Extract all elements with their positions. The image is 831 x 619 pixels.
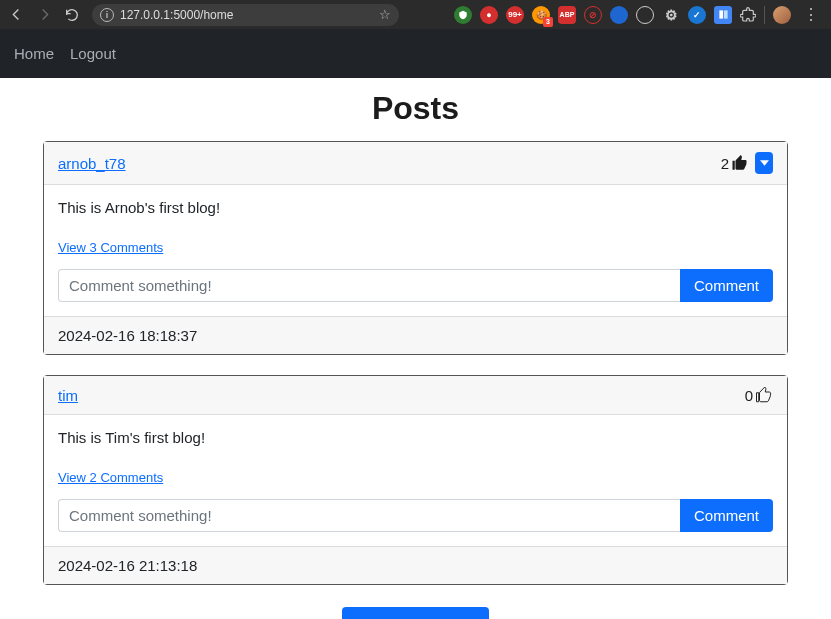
- post-text: This is Arnob's first blog!: [58, 199, 773, 216]
- view-comments-link[interactable]: View 3 Comments: [58, 240, 163, 255]
- app-navbar: Home Logout: [0, 29, 831, 78]
- svg-rect-0: [719, 10, 723, 18]
- likes-group: 2: [721, 152, 773, 174]
- extensions-row: ● 99+ 🍪3 ABP ⊘ ⚙ ✓ ⋮: [454, 5, 823, 24]
- separator: [764, 6, 765, 24]
- post-body: This is Tim's first blog! View 2 Comment…: [44, 415, 787, 546]
- create-post-button[interactable]: Create a Post: [342, 607, 488, 619]
- post-author-link[interactable]: arnob_t78: [58, 155, 126, 172]
- comment-input[interactable]: [58, 269, 680, 302]
- extension-icon[interactable]: [714, 6, 732, 24]
- likes-count: 0: [745, 387, 753, 404]
- extensions-puzzle-icon[interactable]: [740, 7, 756, 23]
- extension-icon[interactable]: ⚙: [662, 6, 680, 24]
- post-timestamp: 2024-02-16 18:18:37: [44, 316, 787, 354]
- extension-icon[interactable]: [454, 6, 472, 24]
- extension-icon[interactable]: ABP: [558, 6, 576, 24]
- site-info-icon[interactable]: i: [100, 8, 114, 22]
- extension-icon[interactable]: 🍪3: [532, 6, 550, 24]
- post-header: arnob_t78 2: [44, 142, 787, 185]
- browser-menu-icon[interactable]: ⋮: [799, 5, 823, 24]
- post-author-link[interactable]: tim: [58, 387, 78, 404]
- bookmark-star-icon[interactable]: ☆: [379, 7, 391, 22]
- address-bar[interactable]: i 127.0.0.1:5000/home ☆: [92, 4, 399, 26]
- post-timestamp: 2024-02-16 21:13:18: [44, 546, 787, 584]
- comment-input[interactable]: [58, 499, 680, 532]
- comment-submit-button[interactable]: Comment: [680, 499, 773, 532]
- nav-home-link[interactable]: Home: [14, 45, 54, 62]
- extension-icon[interactable]: 99+: [506, 6, 524, 24]
- profile-avatar[interactable]: [773, 6, 791, 24]
- view-comments-link[interactable]: View 2 Comments: [58, 470, 163, 485]
- extension-icon[interactable]: ⊘: [584, 6, 602, 24]
- extension-icon[interactable]: [636, 6, 654, 24]
- post-text: This is Tim's first blog!: [58, 429, 773, 446]
- extension-icon[interactable]: ✓: [688, 6, 706, 24]
- post-card: arnob_t78 2 This is Arnob's first blog! …: [43, 141, 788, 355]
- thumb-up-filled-icon[interactable]: [731, 154, 749, 172]
- likes-count: 2: [721, 155, 729, 172]
- extension-icon[interactable]: [610, 6, 628, 24]
- thumb-up-outline-icon[interactable]: [755, 386, 773, 404]
- post-card: tim 0 This is Tim's first blog! View 2 C…: [43, 375, 788, 585]
- nav-logout-link[interactable]: Logout: [70, 45, 116, 62]
- page-title: Posts: [43, 90, 788, 127]
- post-body: This is Arnob's first blog! View 3 Comme…: [44, 185, 787, 316]
- comment-form: Comment: [58, 269, 773, 302]
- url-text: 127.0.0.1:5000/home: [120, 8, 373, 22]
- svg-rect-1: [723, 10, 727, 18]
- forward-button[interactable]: [36, 7, 52, 23]
- post-header: tim 0: [44, 376, 787, 415]
- extension-icon[interactable]: ●: [480, 6, 498, 24]
- create-post-row: Create a Post: [43, 605, 788, 619]
- browser-toolbar: i 127.0.0.1:5000/home ☆ ● 99+ 🍪3 ABP ⊘ ⚙…: [0, 0, 831, 29]
- back-button[interactable]: [8, 7, 24, 23]
- comment-form: Comment: [58, 499, 773, 532]
- likes-group: 0: [745, 386, 773, 404]
- comment-submit-button[interactable]: Comment: [680, 269, 773, 302]
- reload-button[interactable]: [64, 7, 80, 23]
- page-content: Posts arnob_t78 2 This is Arnob's first …: [0, 78, 831, 619]
- post-options-caret[interactable]: [755, 152, 773, 174]
